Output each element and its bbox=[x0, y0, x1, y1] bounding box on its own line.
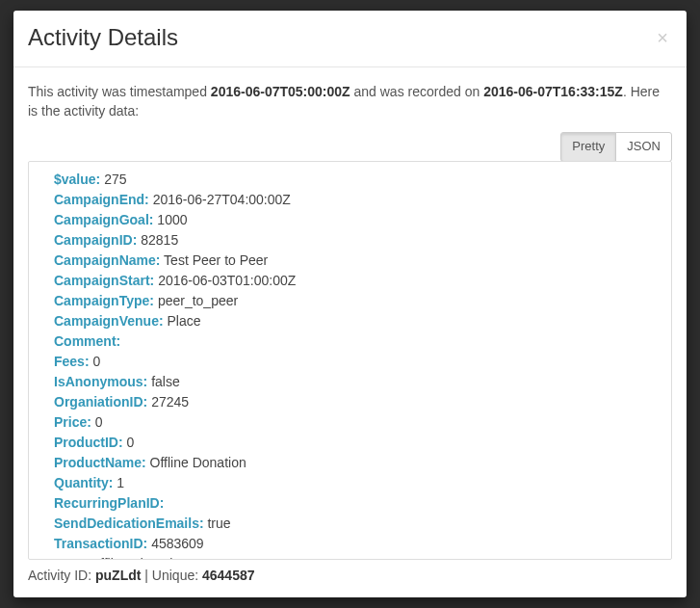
timestamp-value: 2016-06-07T05:00:00Z bbox=[211, 84, 350, 99]
data-row: TransactionID: 4583609 bbox=[54, 534, 660, 554]
pretty-toggle-button[interactable]: Pretty bbox=[560, 132, 616, 161]
property-value: Test Peer to Peer bbox=[164, 252, 268, 268]
intro-middle: and was recorded on bbox=[350, 84, 484, 99]
property-label: ProductName: bbox=[54, 455, 146, 470]
property-label: Price: bbox=[54, 414, 91, 430]
data-row: $value: 275 bbox=[54, 170, 660, 190]
property-value: Place bbox=[167, 313, 200, 329]
data-row: IsAnonymous: false bbox=[54, 372, 660, 392]
property-value: 1000 bbox=[157, 212, 187, 227]
property-label: Fees: bbox=[54, 354, 90, 369]
property-value: 2016-06-27T04:00:00Z bbox=[153, 192, 291, 207]
property-label: CampaignName: bbox=[54, 252, 160, 268]
property-value: 0 bbox=[95, 414, 103, 430]
property-value: 2016-06-03T01:00:00Z bbox=[158, 273, 296, 288]
property-value: 275 bbox=[104, 172, 126, 187]
property-label: TransactionID: bbox=[54, 536, 147, 551]
modal-header: Activity Details × bbox=[13, 11, 687, 67]
modal-title: Activity Details bbox=[28, 24, 178, 52]
property-label: ProductID: bbox=[54, 435, 123, 450]
property-label: Quantity: bbox=[54, 475, 113, 490]
property-label: RecurringPlanID: bbox=[54, 495, 164, 511]
view-toggle-group: Pretty JSON bbox=[560, 132, 672, 161]
intro-prefix: This activity was timestamped bbox=[28, 84, 211, 99]
property-label: CampaignVenue: bbox=[54, 313, 164, 329]
activity-id-value: puZLdt bbox=[95, 568, 141, 583]
property-value: true bbox=[207, 515, 230, 531]
property-value: Offline Donation bbox=[150, 455, 246, 470]
view-toggle-row: Pretty JSON bbox=[28, 132, 672, 161]
property-value: 0 bbox=[126, 435, 134, 450]
property-label: CampaignStart: bbox=[54, 273, 154, 288]
data-row: SendDedicationEmails: true bbox=[54, 514, 660, 534]
activity-id-label: Activity ID: bbox=[28, 568, 95, 583]
data-row: CampaignType: peer_to_peer bbox=[54, 291, 660, 311]
data-row: CampaignName: Test Peer to Peer bbox=[54, 251, 660, 271]
data-row: Quantity: 1 bbox=[54, 473, 660, 493]
property-label: CampaignID: bbox=[54, 232, 137, 248]
property-value: 4583609 bbox=[151, 536, 204, 551]
data-row: OrganiationID: 27245 bbox=[54, 392, 660, 412]
data-row: RecurringPlanID: bbox=[54, 493, 660, 514]
modal-body: This activity was timestamped 2016-06-07… bbox=[13, 67, 687, 597]
property-value: offline_donation bbox=[92, 556, 188, 560]
data-row: CampaignVenue: Place bbox=[54, 311, 660, 331]
property-label: SendDedicationEmails: bbox=[54, 515, 204, 531]
activity-data-panel[interactable]: $value: 275CampaignEnd: 2016-06-27T04:00… bbox=[28, 161, 672, 560]
property-label: CampaignEnd: bbox=[54, 192, 149, 207]
property-value: 1 bbox=[117, 475, 124, 490]
recorded-value: 2016-06-07T16:33:15Z bbox=[483, 84, 623, 99]
property-label: OrganiationID: bbox=[54, 394, 147, 410]
unique-value: 4644587 bbox=[202, 568, 255, 583]
data-row: Fees: 0 bbox=[54, 352, 660, 372]
data-row: Type: offline_donation bbox=[54, 554, 660, 560]
data-row: Price: 0 bbox=[54, 412, 660, 433]
property-label: Type: bbox=[54, 556, 89, 560]
property-value: 27245 bbox=[151, 394, 189, 410]
data-row: CampaignGoal: 1000 bbox=[54, 210, 660, 230]
intro-text: This activity was timestamped 2016-06-07… bbox=[28, 82, 672, 121]
property-label: $value: bbox=[54, 172, 100, 187]
property-label: IsAnonymous: bbox=[54, 374, 147, 389]
property-value: false bbox=[151, 374, 180, 389]
close-button[interactable]: × bbox=[653, 28, 672, 47]
property-label: CampaignGoal: bbox=[54, 212, 153, 227]
data-row: CampaignStart: 2016-06-03T01:00:00Z bbox=[54, 271, 660, 291]
activity-footer: Activity ID: puZLdt | Unique: 4644587 bbox=[28, 568, 672, 583]
activity-details-modal: Activity Details × This activity was tim… bbox=[13, 11, 687, 597]
data-row: Comment: bbox=[54, 331, 660, 352]
unique-label: | Unique: bbox=[141, 568, 202, 583]
data-row: CampaignEnd: 2016-06-27T04:00:00Z bbox=[54, 190, 660, 210]
property-value: peer_to_peer bbox=[158, 293, 238, 308]
property-value: 82815 bbox=[141, 232, 178, 248]
data-row: CampaignID: 82815 bbox=[54, 230, 660, 251]
data-row: ProductName: Offline Donation bbox=[54, 453, 660, 473]
json-toggle-button[interactable]: JSON bbox=[615, 132, 672, 161]
property-value: 0 bbox=[92, 354, 100, 369]
data-row: ProductID: 0 bbox=[54, 433, 660, 453]
property-label: Comment: bbox=[54, 333, 120, 349]
property-label: CampaignType: bbox=[54, 293, 154, 308]
